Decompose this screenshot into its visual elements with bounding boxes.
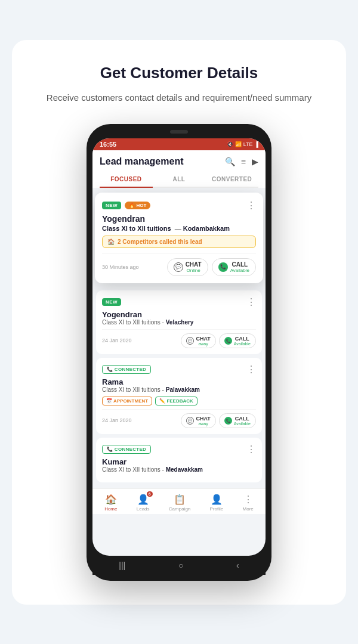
lead-location: Kodambakkam: [183, 225, 230, 232]
phone-home-circle[interactable]: ○: [178, 561, 183, 570]
lead1-call-label: CALL Available: [234, 336, 251, 346]
page-title: Get Customer Details: [100, 64, 258, 82]
competitors-icon: 🏠: [107, 239, 115, 245]
lead3-location: Medavakkam: [166, 466, 203, 473]
competitors-text: 2 Competitors called this lead: [118, 239, 202, 245]
app-header: Lead management 🔍 ≡ ▶ FOCUSED ALL CONVER…: [92, 150, 266, 188]
battery-icon: ▐: [255, 141, 258, 147]
chat-button[interactable]: 💬 CHAT Online: [167, 258, 208, 276]
play-icon[interactable]: ▶: [252, 157, 258, 166]
tab-bar: FOCUSED ALL CONVERTED: [100, 172, 258, 188]
lead3-detail: Class XI to XII tuitions - Medavakkam: [102, 466, 256, 473]
phone-back-arrow[interactable]: ‹: [236, 561, 239, 570]
lead1-detail: Class XI to XII tuitions - Velachery: [102, 319, 256, 326]
lead3-badge-connected: 📞 CONNECTED: [102, 445, 151, 454]
lead2-call-label: CALL Available: [234, 416, 251, 426]
lead1-badge-new: NEW: [102, 298, 121, 306]
lead-detail: Class XI to XII tuitions — Kodambakkam: [102, 225, 256, 232]
app-header-top: Lead management 🔍 ≡ ▶: [100, 156, 258, 167]
leads-label: Leads: [137, 506, 150, 512]
lead2-chat-icon: 💬: [186, 417, 194, 425]
tab-focused[interactable]: FOCUSED: [100, 172, 153, 188]
nav-home[interactable]: 🏠 Home: [104, 494, 117, 512]
lead-card-1: NEW ⋮ Yogendran Class XI to XII tuitions…: [96, 290, 262, 354]
lead2-name: Rama: [102, 377, 256, 386]
lead2-detail: Class XI to XII tuitions - Palavakkam: [102, 386, 256, 393]
phone-bottom-bar: ||| ○ ‹: [92, 556, 266, 575]
lead1-location: Velachery: [166, 319, 194, 326]
lead1-chat-button[interactable]: 💬 CHAT away: [181, 333, 215, 348]
phone-mockup: 16:55 🔇 📶 LTE ▐ Lead management 🔍 ≡ ▶: [87, 124, 271, 581]
tab-all[interactable]: ALL: [153, 172, 206, 187]
nav-leads[interactable]: 👤 6 Leads: [137, 494, 150, 512]
lead1-footer: 24 Jan 2020 💬 CHAT away 📞 CALL: [102, 329, 256, 348]
lead2-location: Palavakkam: [166, 386, 200, 393]
lead1-chat-icon: 💬: [186, 337, 194, 345]
card-footer: 30 Minutes ago 💬 CHAT Online 📞 CALL Avai…: [102, 253, 256, 276]
lead2-chat-label: CHAT away: [196, 416, 210, 426]
lead2-call-icon: 📞: [224, 417, 232, 425]
lead2-chat-button[interactable]: 💬 CHAT away: [181, 413, 215, 428]
tag-appointment: 📅 APPOINTMENT: [102, 397, 152, 405]
lte-label: LTE: [243, 141, 253, 147]
campaign-icon: 📋: [174, 494, 186, 505]
lead1-time: 24 Jan 2020: [102, 338, 178, 343]
lead3-name: Kumar: [102, 457, 256, 466]
status-time: 16:55: [100, 141, 116, 148]
lead2-time: 24 Jan 2020: [102, 417, 178, 423]
leads-badge: 6: [147, 491, 153, 497]
tag-feedback: ✏️ FEEDBACK: [155, 397, 197, 405]
chat-icon: 💬: [174, 262, 183, 272]
lead-card-3: 📞 CONNECTED ⋮ Kumar Class XI to XII tuit…: [96, 438, 262, 482]
more-label: More: [243, 506, 254, 512]
app-header-title: Lead management: [100, 156, 183, 167]
page-subtitle: Receive customers contact details and re…: [47, 91, 311, 105]
campaign-label: Campaign: [169, 506, 190, 512]
lead1-call-button[interactable]: 📞 CALL Available: [219, 333, 256, 348]
lead2-call-button[interactable]: 📞 CALL Available: [219, 413, 256, 428]
search-icon[interactable]: 🔍: [225, 157, 235, 166]
profile-label: Profile: [210, 506, 224, 512]
app-header-icons[interactable]: 🔍 ≡ ▶: [225, 157, 258, 166]
bottom-nav: 🏠 Home 👤 6 Leads 📋 Campaign 👤 Profil: [92, 488, 266, 514]
phone-back-lines[interactable]: |||: [119, 561, 125, 570]
lead2-footer: 24 Jan 2020 💬 CHAT away 📞 CALL: [102, 409, 256, 428]
lead-card-2: 📞 CONNECTED ⋮ Rama Class XI to XII tuiti…: [96, 358, 262, 434]
more-icon: ⋮: [243, 494, 253, 505]
lead2-badge-connected: 📞 CONNECTED: [102, 365, 151, 374]
nav-campaign[interactable]: 📋 Campaign: [169, 494, 190, 512]
lead1-more[interactable]: ⋮: [246, 296, 256, 308]
home-label: Home: [104, 506, 117, 512]
phone-screen: 16:55 🔇 📶 LTE ▐ Lead management 🔍 ≡ ▶: [92, 138, 266, 556]
nav-profile[interactable]: 👤 Profile: [210, 494, 224, 512]
lead-course: Class XI to XII tuitions: [102, 225, 171, 232]
floating-lead-card: NEW 🔥 HOT ⋮ Yogendran Class XI to XII tu…: [95, 193, 263, 283]
status-icons: 🔇 📶 LTE ▐: [227, 141, 258, 147]
filter-icon[interactable]: ≡: [241, 157, 246, 166]
more-options-button[interactable]: ⋮: [246, 200, 256, 211]
lead3-more[interactable]: ⋮: [246, 444, 256, 455]
phone-notch: [170, 130, 188, 134]
lead-name: Yogendran: [102, 214, 256, 224]
competitors-badge: 🏠 2 Competitors called this lead: [102, 236, 256, 248]
chat-label: CHAT Online: [186, 261, 202, 273]
profile-icon: 👤: [211, 494, 223, 505]
badge-hot: 🔥 HOT: [125, 202, 150, 209]
leads-badge-wrap: 👤 6: [137, 494, 149, 505]
lead1-chat-label: CHAT away: [196, 336, 210, 346]
lead-list: NEW ⋮ Yogendran Class XI to XII tuitions…: [92, 288, 266, 488]
home-icon: 🏠: [105, 494, 117, 505]
lead1-name: Yogendran: [102, 310, 256, 319]
card-time: 30 Minutes ago: [102, 264, 163, 270]
call-button[interactable]: 📞 CALL Available: [212, 258, 256, 276]
call-label: CALL Available: [230, 261, 249, 273]
call-icon: 📞: [218, 262, 228, 272]
nav-more[interactable]: ⋮ More: [243, 494, 254, 512]
lead2-tags: 📅 APPOINTMENT ✏️ FEEDBACK: [102, 397, 256, 405]
badge-new: NEW: [102, 202, 121, 209]
signal-icon: 🔇: [227, 141, 233, 147]
tab-converted[interactable]: CONVERTED: [205, 172, 258, 187]
lead2-more[interactable]: ⋮: [246, 364, 256, 375]
page-container: Get Customer Details Receive customers c…: [12, 40, 346, 605]
wifi-icon: 📶: [235, 141, 242, 147]
